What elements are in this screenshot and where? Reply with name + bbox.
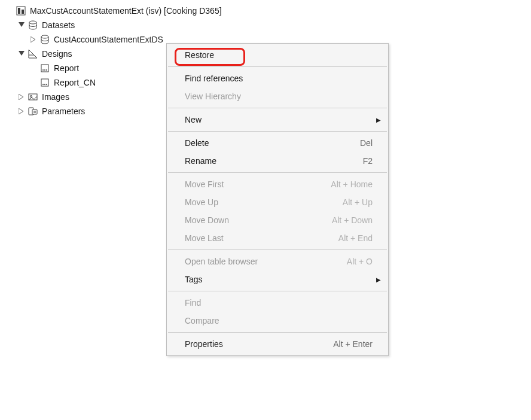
designs-icon: [28, 48, 38, 59]
menu-label: Move Last: [185, 233, 338, 243]
collapse-icon[interactable]: [17, 20, 26, 30]
menu-label: Find: [185, 298, 379, 308]
tree-node-datasets[interactable]: Datasets: [5, 18, 531, 32]
menu-separator: [168, 108, 387, 108]
svg-marker-7: [19, 51, 25, 56]
menu-label: Move Up: [185, 197, 343, 207]
tree-label: Datasets: [41, 20, 75, 30]
context-menu: Restore Find references View Hierarchy N…: [166, 43, 389, 356]
menu-shortcut: Alt + Enter: [333, 339, 379, 349]
menu-item-move-last: Move Last Alt + End: [167, 229, 388, 247]
svg-marker-3: [19, 22, 25, 27]
menu-label: Properties: [185, 339, 333, 349]
menu-label: Delete: [185, 138, 360, 148]
menu-item-restore[interactable]: Restore: [167, 46, 388, 64]
submenu-arrow-icon: ▶: [376, 117, 381, 123]
menu-item-open-table-browser: Open table browser Alt + O: [167, 252, 388, 270]
svg-rect-14: [41, 79, 48, 86]
svg-rect-23: [32, 109, 37, 114]
tree-label: Designs: [41, 49, 72, 59]
menu-item-move-first: Move First Alt + Home: [167, 175, 388, 193]
menu-separator: [168, 172, 387, 173]
svg-marker-5: [30, 36, 35, 42]
menu-separator: [168, 66, 387, 67]
menu-shortcut: Alt + Down: [332, 215, 379, 225]
images-icon: [28, 92, 38, 102]
svg-point-13: [46, 69, 47, 71]
menu-label: View Hierarchy: [185, 92, 379, 101]
collapse-icon[interactable]: [17, 49, 26, 59]
menu-item-move-up: Move Up Alt + Up: [167, 193, 388, 211]
tree-label: Images: [41, 92, 69, 102]
menu-item-rename[interactable]: Rename F2: [167, 152, 388, 170]
expand-icon[interactable]: [17, 106, 26, 116]
menu-label: Restore: [185, 50, 379, 60]
parameters-icon: [28, 106, 38, 117]
database-icon: [28, 20, 38, 31]
tree-label: CustAccountStatementExtDS: [53, 35, 163, 44]
report-root-icon: [16, 5, 26, 16]
menu-label: Rename: [185, 156, 363, 166]
menu-shortcut: Alt + End: [338, 233, 379, 243]
svg-point-15: [42, 84, 44, 85]
menu-item-move-down: Move Down Alt + Down: [167, 211, 388, 229]
menu-shortcut: Alt + Home: [331, 179, 379, 189]
svg-marker-18: [19, 94, 23, 100]
menu-label: Compare: [185, 316, 379, 325]
tree-label: MaxCustAccountStatementExt (isv) [Cookin…: [29, 6, 222, 16]
menu-shortcut: Del: [360, 138, 379, 148]
menu-label: New: [185, 115, 379, 124]
menu-label: Move Down: [185, 215, 332, 225]
menu-item-compare: Compare: [167, 312, 388, 330]
menu-separator: [168, 249, 387, 250]
svg-point-16: [44, 84, 45, 85]
svg-point-20: [30, 96, 32, 98]
menu-separator: [168, 332, 387, 333]
svg-point-11: [42, 69, 44, 71]
menu-label: Tags: [185, 275, 379, 284]
menu-separator: [168, 131, 387, 132]
menu-item-properties[interactable]: Properties Alt + Enter: [167, 335, 388, 353]
menu-item-tags[interactable]: Tags ▶: [167, 270, 388, 288]
svg-point-12: [44, 69, 45, 71]
menu-item-delete[interactable]: Delete Del: [167, 134, 388, 152]
svg-rect-10: [41, 65, 48, 72]
svg-point-17: [46, 84, 47, 85]
menu-item-find-references[interactable]: Find references: [167, 69, 388, 87]
svg-point-4: [29, 21, 36, 24]
svg-point-6: [41, 35, 48, 38]
tree-node-root[interactable]: MaxCustAccountStatementExt (isv) [Cookin…: [5, 4, 531, 18]
menu-shortcut: Alt + O: [347, 257, 379, 266]
menu-item-new[interactable]: New ▶: [167, 111, 388, 129]
svg-rect-1: [18, 8, 20, 14]
menu-separator: [168, 291, 387, 291]
menu-shortcut: Alt + Up: [343, 197, 379, 207]
svg-marker-8: [29, 50, 37, 58]
svg-rect-2: [22, 10, 24, 14]
menu-label: Open table browser: [185, 257, 347, 266]
submenu-arrow-icon: ▶: [376, 276, 381, 283]
report-icon: [39, 63, 50, 74]
tree-label: Parameters: [41, 106, 85, 116]
menu-shortcut: F2: [363, 156, 379, 166]
database-icon: [39, 34, 50, 45]
expand-icon[interactable]: [29, 35, 38, 44]
menu-label: Move First: [185, 179, 331, 189]
expand-icon[interactable]: [17, 92, 26, 102]
menu-label: Find references: [185, 74, 379, 83]
tree-label: Report_CN: [53, 78, 96, 87]
menu-item-find: Find: [167, 294, 388, 312]
svg-marker-21: [19, 108, 23, 114]
menu-item-view-hierarchy: View Hierarchy: [167, 87, 388, 105]
report-icon: [39, 77, 50, 88]
tree-label: Report: [53, 63, 79, 73]
